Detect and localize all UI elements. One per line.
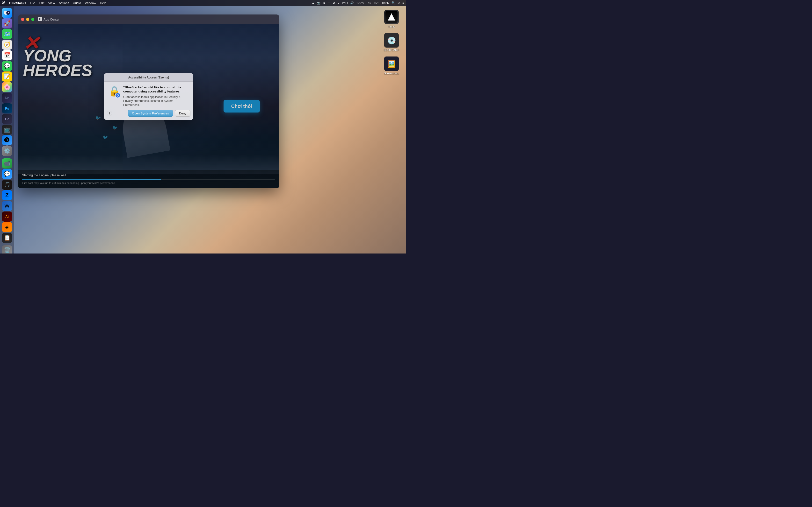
dock-icon-stack[interactable]: ◈ (2, 222, 12, 232)
window-maximize-button[interactable] (31, 18, 34, 21)
window-title-text: App Center (44, 18, 59, 21)
dock-icon-messenger[interactable]: 💬 (2, 169, 12, 179)
dialog-text-area: "BlueStacks" would like to control this … (123, 86, 190, 107)
desktop-icon-screenshots[interactable]: 🖼️ Screenshots (382, 56, 401, 75)
desktop-icon-bootcamp[interactable]: 💿 BOOTCAMP (382, 33, 401, 52)
menu-signal: ▲ (311, 1, 314, 5)
dock-icon-finder[interactable] (2, 8, 12, 18)
menu-datetime[interactable]: Thu 14:28 (366, 1, 379, 5)
menu-window[interactable]: Window (85, 1, 96, 5)
dock-icon-facetime[interactable]: 📹 (2, 158, 12, 169)
dialog-icon-container: 🔒 ♿ (108, 86, 120, 107)
menu-file[interactable]: File (30, 1, 35, 5)
dialog-main-text: "BlueStacks" would like to control this … (123, 86, 190, 94)
bluestacks-window: 🅱 App Center 🐦 🐦 🐦 ✕ YONG HEROES (18, 14, 279, 188)
window-close-button[interactable] (21, 18, 24, 21)
deny-button[interactable]: Deny (175, 110, 191, 117)
dock-icon-messages[interactable]: 💬 (2, 61, 12, 71)
dock: 🚀🗺️🧭📅💬📝🌸LrPsBr📺🅐⚙️📹💬🎵ZWAi◈📋🗑️ (0, 6, 14, 253)
window-minimize-button[interactable] (26, 18, 29, 21)
accessibility-dialog: Accessibility Access (Events) 🔒 ♿ "BlueS… (104, 73, 193, 120)
dock-icon-bridge[interactable]: Br (2, 114, 12, 124)
desktop-icons: TinhK 💿 BOOTCAMP 🖼️ Screenshots (382, 10, 401, 75)
menu-username[interactable]: TinhK (382, 1, 389, 5)
dock-icon-appletv[interactable]: 📺 (2, 125, 12, 135)
menu-view[interactable]: View (48, 1, 55, 5)
desktop-icon-tinhk-label: TinhK (388, 25, 395, 28)
dock-icon-word[interactable]: W (2, 201, 12, 211)
dock-icon-lr[interactable]: Lr (2, 93, 12, 103)
menubar-app-name[interactable]: BlueStacks (9, 1, 26, 5)
menubar-left: ⌘ BlueStacks File Edit View Actions Audi… (2, 1, 106, 5)
dock-icon-safari[interactable]: 🧭 (2, 40, 12, 50)
menu-actions[interactable]: Actions (59, 1, 69, 5)
menu-wifi[interactable]: WiFi (342, 1, 348, 5)
menu-camera: 📷 (317, 1, 320, 5)
apple-menu[interactable]: ⌘ (2, 1, 5, 5)
dock-icon-launchpad[interactable]: 🚀 (2, 18, 12, 29)
menu-audio[interactable]: Audio (73, 1, 81, 5)
menu-vpn: V (338, 1, 340, 5)
menu-siri[interactable]: ◎ (398, 1, 400, 5)
dock-icon-trash[interactable]: 🗑️ (2, 245, 12, 253)
menu-control-center[interactable]: ≡ (402, 1, 404, 5)
menubar: ⌘ BlueStacks File Edit View Actions Audi… (0, 0, 406, 6)
dock-icon-notes2[interactable]: 📋 (2, 233, 12, 243)
dialog-title-text: Accessibility Access (Events) (128, 76, 169, 79)
dialog-buttons: Open System Preferences Deny (128, 110, 191, 117)
menu-search[interactable]: 🔍 (392, 1, 395, 5)
dialog-header: Accessibility Access (Events) (104, 73, 193, 81)
dialog-footer: ? Open System Preferences Deny (104, 110, 193, 120)
dock-icon-spotify[interactable]: 🎵 (2, 180, 12, 190)
menu-cast: ◉ (323, 1, 325, 5)
dock-icon-appstore[interactable]: 🅐 (2, 135, 12, 145)
dock-icon-zalo[interactable]: Z (2, 190, 12, 201)
menu-volume[interactable]: 🔊 (350, 1, 354, 5)
desktop-icon-screenshots-label: Screenshots (384, 72, 399, 75)
dialog-description-text: Grant access to this application in Secu… (123, 95, 190, 107)
dock-icon-settings[interactable]: ⚙️ (2, 146, 12, 156)
lock-compound-icon: 🔒 ♿ (108, 86, 120, 98)
accessibility-badge: ♿ (115, 93, 120, 98)
menubar-right: ▲ 📷 ◉ ⊞ ⚙ V WiFi 🔊 100% Thu 14:28 TinhK … (311, 1, 404, 5)
dock-icon-calendar[interactable]: 📅 (2, 50, 12, 60)
menu-battery[interactable]: 100% (356, 1, 364, 5)
menu-grid: ⊞ (328, 1, 330, 5)
dialog-body: 🔒 ♿ "BlueStacks" would like to control t… (104, 81, 193, 110)
dialog-help-button[interactable]: ? (107, 111, 112, 116)
menu-gear: ⚙ (333, 1, 335, 5)
desktop-icon-tinhk[interactable]: TinhK (382, 10, 401, 28)
menu-edit[interactable]: Edit (39, 1, 44, 5)
svg-point-2 (6, 11, 10, 15)
dock-icon-ps[interactable]: Ps (2, 103, 12, 113)
window-title: 🅱 App Center (38, 17, 59, 21)
window-content: 🐦 🐦 🐦 ✕ YONG HEROES Chơi thôi Starting t… (18, 24, 279, 188)
dock-icon-notes[interactable]: 📝 (2, 71, 12, 81)
svg-point-3 (8, 12, 9, 13)
window-titlebar: 🅱 App Center (18, 14, 279, 24)
menu-help[interactable]: Help (100, 1, 107, 5)
dock-icon-illustrator[interactable]: Ai (2, 212, 12, 222)
open-system-preferences-button[interactable]: Open System Preferences (128, 110, 173, 117)
dock-icon-maps[interactable]: 🗺️ (2, 29, 12, 39)
dialog-overlay: Accessibility Access (Events) 🔒 ♿ "BlueS… (18, 24, 279, 188)
dock-icon-photos[interactable]: 🌸 (2, 82, 12, 92)
desktop-icon-bootcamp-label: BOOTCAMP (384, 49, 399, 52)
window-app-icon: 🅱 (38, 17, 42, 21)
